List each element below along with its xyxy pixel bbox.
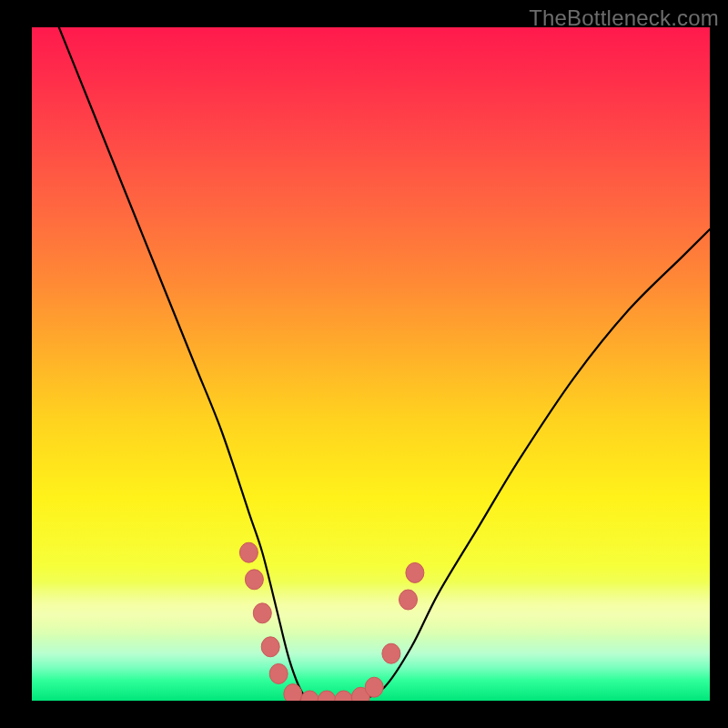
chart-frame: TheBottleneck.com — [0, 0, 728, 728]
watermark-text: TheBottleneck.com — [529, 5, 719, 31]
plot-area — [32, 27, 710, 701]
